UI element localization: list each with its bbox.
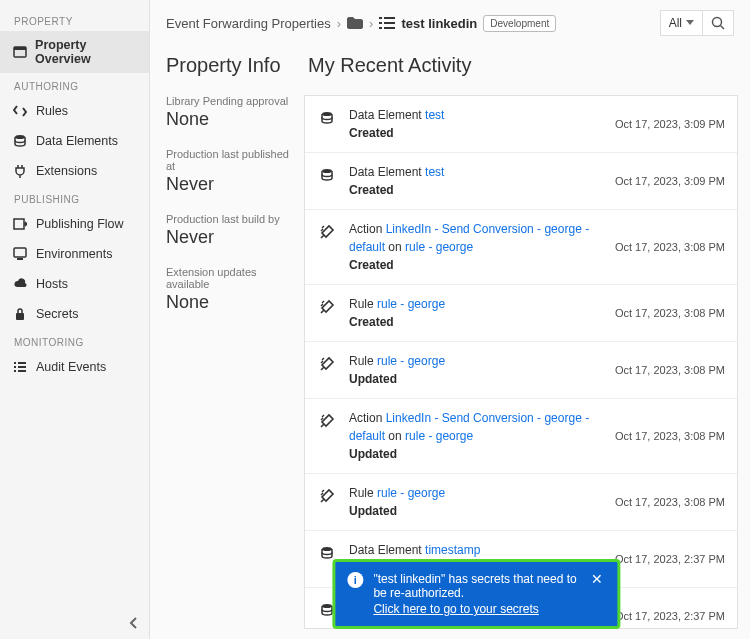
- activity-time: Oct 17, 2023, 3:09 PM: [615, 118, 725, 130]
- info-value: None: [166, 292, 296, 313]
- sidebar-item-label: Rules: [36, 104, 68, 118]
- toast-link[interactable]: Click here to go to your secrets: [373, 602, 538, 616]
- search-group: All: [660, 10, 734, 36]
- activity-link[interactable]: rule - george: [405, 240, 473, 254]
- chevron-right-icon: ›: [369, 16, 373, 31]
- overview-icon: [12, 44, 27, 60]
- cloud-icon: [12, 276, 28, 292]
- list-icon: [379, 17, 395, 29]
- svg-rect-5: [17, 258, 23, 260]
- activity-body: Rule rule - georgeUpdated: [349, 352, 607, 388]
- info-value: Never: [166, 227, 296, 248]
- chevron-down-icon: [686, 20, 694, 26]
- sidebar-item-label: Property Overview: [35, 38, 139, 66]
- sidebar: PROPERTYProperty OverviewAUTHORINGRulesD…: [0, 0, 150, 639]
- svg-rect-9: [14, 366, 16, 368]
- toast-close-button[interactable]: ✕: [589, 572, 605, 586]
- activity-title: Data Element test: [349, 106, 607, 124]
- svg-point-19: [713, 18, 722, 27]
- activity-status: Created: [349, 256, 607, 274]
- activity-link[interactable]: test: [425, 108, 444, 122]
- activity-row[interactable]: Data Element testCreatedOct 17, 2023, 3:…: [305, 96, 737, 153]
- activity-row[interactable]: Rule rule - georgeUpdatedOct 17, 2023, 3…: [305, 342, 737, 399]
- svg-rect-12: [18, 370, 26, 372]
- svg-rect-13: [379, 17, 382, 19]
- activity-title: Data Element test: [349, 163, 607, 181]
- sidebar-item-label: Publishing Flow: [36, 217, 124, 231]
- chevron-right-icon: ›: [337, 16, 341, 31]
- sidebar-item-data-elements[interactable]: Data Elements: [0, 126, 149, 156]
- activity-link[interactable]: test: [425, 165, 444, 179]
- svg-line-20: [721, 26, 725, 30]
- main: Event Forwarding Properties › › test lin…: [150, 0, 750, 639]
- activity-body: Data Element testCreated: [349, 163, 607, 199]
- svg-rect-11: [14, 370, 16, 372]
- activity-link[interactable]: rule - george: [377, 354, 445, 368]
- activity-body: Rule rule - georgeCreated: [349, 295, 607, 331]
- search-filter-dropdown[interactable]: All: [661, 11, 703, 35]
- sidebar-group-label: PUBLISHING: [0, 186, 149, 209]
- rules-icon: [12, 103, 28, 119]
- svg-rect-1: [14, 47, 26, 50]
- activity-status: Updated: [349, 370, 607, 388]
- activity-body: Rule rule - georgeUpdated: [349, 484, 607, 520]
- svg-rect-7: [14, 362, 16, 364]
- activity-time: Oct 17, 2023, 3:09 PM: [615, 175, 725, 187]
- sidebar-item-label: Environments: [36, 247, 112, 261]
- plug-icon: [12, 163, 28, 179]
- svg-rect-4: [14, 248, 26, 257]
- svg-rect-6: [16, 313, 24, 320]
- info-block: Library Pending approvalNone: [166, 95, 296, 130]
- sidebar-item-label: Extensions: [36, 164, 97, 178]
- svg-point-23: [322, 547, 332, 551]
- breadcrumb: Event Forwarding Properties › › test lin…: [166, 15, 654, 32]
- tools-icon: [317, 297, 337, 317]
- info-block: Extension updates availableNone: [166, 266, 296, 313]
- activity-row[interactable]: Action LinkedIn - Send Conversion - geor…: [305, 399, 737, 474]
- activity-row[interactable]: Data Element testCreatedOct 17, 2023, 3:…: [305, 153, 737, 210]
- sidebar-item-property-overview[interactable]: Property Overview: [0, 31, 149, 73]
- search-button[interactable]: [703, 11, 733, 35]
- sidebar-item-rules[interactable]: Rules: [0, 96, 149, 126]
- activity-link[interactable]: rule - george: [405, 429, 473, 443]
- activity-body: Action LinkedIn - Send Conversion - geor…: [349, 409, 607, 463]
- sidebar-item-hosts[interactable]: Hosts: [0, 269, 149, 299]
- sidebar-collapse-button[interactable]: [125, 613, 143, 633]
- toast-message: "test linkedin" has secrets that need to…: [373, 572, 579, 600]
- sidebar-group-label: AUTHORING: [0, 73, 149, 96]
- activity-link[interactable]: rule - george: [377, 486, 445, 500]
- activity-title: Action LinkedIn - Send Conversion - geor…: [349, 220, 607, 256]
- list-icon: [12, 359, 28, 375]
- search-icon: [711, 16, 725, 30]
- activity-link[interactable]: rule - george: [377, 297, 445, 311]
- sidebar-item-secrets[interactable]: Secrets: [0, 299, 149, 329]
- svg-point-2: [15, 135, 25, 139]
- sidebar-item-publishing-flow[interactable]: Publishing Flow: [0, 209, 149, 239]
- activity-status: Created: [349, 124, 607, 142]
- activity-time: Oct 17, 2023, 3:08 PM: [615, 241, 725, 253]
- breadcrumb-root[interactable]: Event Forwarding Properties: [166, 16, 331, 31]
- search-filter-label: All: [669, 16, 682, 30]
- activity-time: Oct 17, 2023, 3:08 PM: [615, 307, 725, 319]
- activity-title: Data Element timestamp: [349, 541, 607, 559]
- activity-row[interactable]: Rule rule - georgeCreatedOct 17, 2023, 3…: [305, 285, 737, 342]
- activity-link[interactable]: timestamp: [425, 543, 480, 557]
- activity-time: Oct 17, 2023, 3:08 PM: [615, 364, 725, 376]
- sidebar-item-environments[interactable]: Environments: [0, 239, 149, 269]
- sidebar-item-extensions[interactable]: Extensions: [0, 156, 149, 186]
- sidebar-item-label: Secrets: [36, 307, 78, 321]
- activity-body: Action LinkedIn - Send Conversion - geor…: [349, 220, 607, 274]
- activity-row[interactable]: Rule rule - georgeUpdatedOct 17, 2023, 3…: [305, 474, 737, 531]
- activity-row[interactable]: Action LinkedIn - Send Conversion - geor…: [305, 210, 737, 285]
- activity-status: Created: [349, 181, 607, 199]
- activity-title: Rule rule - george: [349, 295, 607, 313]
- activity-status: Created: [349, 313, 607, 331]
- sidebar-item-audit-events[interactable]: Audit Events: [0, 352, 149, 382]
- tools-icon: [317, 411, 337, 431]
- tools-icon: [317, 222, 337, 242]
- sidebar-group-label: PROPERTY: [0, 8, 149, 31]
- flow-icon: [12, 216, 28, 232]
- recent-activity-panel: My Recent Activity Data Element testCrea…: [300, 46, 750, 639]
- info-block: Production last published atNever: [166, 148, 296, 195]
- activity-title: Rule rule - george: [349, 484, 607, 502]
